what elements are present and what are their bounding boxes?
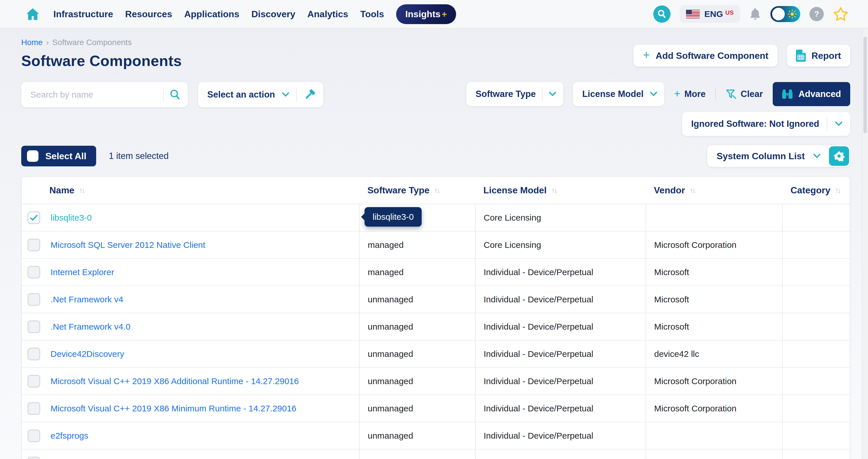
breadcrumb-home-link[interactable]: Home: [21, 38, 43, 47]
breadcrumb: Home › Software Components: [21, 38, 182, 47]
ignored-software-filter-dropdown[interactable]: Ignored Software: Not Ignored: [682, 112, 850, 136]
favorites-star-icon[interactable]: [833, 7, 848, 22]
advanced-filters-button[interactable]: Advanced: [773, 82, 850, 106]
row-checkbox[interactable]: [28, 348, 40, 360]
notifications-bell-icon[interactable]: [749, 7, 761, 21]
table-cell-name: Microsoft Visual C++ 2019 X86 Additional…: [22, 367, 360, 395]
language-region: US: [725, 9, 734, 16]
scrollbar-thumb[interactable]: [863, 37, 867, 133]
select-action-dropdown[interactable]: Select an action: [198, 82, 323, 107]
table-cell-vendor: Microsoft: [646, 259, 782, 286]
cell-value-license: Individual - Device/Perpetual: [484, 295, 593, 304]
table-cell-license: Individual - Device/Perpetual: [475, 286, 646, 313]
nav-item-infrastructure[interactable]: Infrastructure: [53, 9, 113, 20]
column-header-name[interactable]: Name: [22, 177, 360, 204]
row-checkbox[interactable]: [28, 429, 40, 442]
cell-value-license: Individual - Device/Perpetual: [484, 431, 593, 440]
sort-icon[interactable]: [79, 186, 84, 195]
clear-filter-icon: [725, 89, 737, 100]
cell-value-license: Individual - Device/Perpetual: [484, 267, 593, 277]
nav-item-analytics[interactable]: Analytics: [307, 9, 348, 20]
select-all-button[interactable]: Select All: [21, 146, 96, 166]
software-type-filter-label: Software Type: [476, 89, 536, 99]
table-cell-vendor: device42 llc: [646, 340, 782, 367]
column-header-license-model[interactable]: License Model: [475, 177, 646, 204]
column-list-dropdown[interactable]: System Column List: [707, 145, 850, 167]
software-name-link[interactable]: .Net Framework v4: [51, 295, 123, 304]
software-name-link[interactable]: Microsoft Visual C++ 2019 X86 Additional…: [51, 376, 299, 386]
search-icon[interactable]: [169, 89, 181, 100]
row-checkbox[interactable]: [28, 293, 40, 306]
cell-value-vendor: Microsoft: [654, 295, 689, 304]
sort-icon[interactable]: [689, 186, 694, 195]
software-name-link[interactable]: libsqlite3-0: [51, 213, 92, 223]
software-name-link[interactable]: Device42Discovery: [51, 349, 124, 359]
report-button[interactable]: Report: [787, 45, 850, 67]
table-row: e2fsprogsunmanagedIndividual - Device/Pe…: [22, 422, 851, 449]
row-checkbox[interactable]: [28, 457, 40, 459]
column-settings-gear-icon[interactable]: [829, 146, 849, 166]
nav-item-resources[interactable]: Resources: [125, 9, 172, 20]
sort-icon[interactable]: [434, 186, 439, 195]
add-software-component-button[interactable]: + Add Software Component: [633, 45, 777, 67]
row-checkbox[interactable]: [28, 266, 40, 278]
software-name-link[interactable]: .Net Framework v4.0: [51, 322, 130, 332]
checkmark-icon: [30, 215, 38, 221]
cell-value-type: managed: [368, 240, 404, 250]
us-flag-icon: [686, 10, 700, 19]
page-header-left: Home › Software Components Software Comp…: [21, 38, 182, 69]
cell-value-license: Individual - Device/Perpetual: [484, 322, 593, 331]
software-name-link[interactable]: e2fsprogs: [51, 431, 88, 440]
software-name-link[interactable]: Microsoft Visual C++ 2019 X86 Minimum Ru…: [51, 404, 297, 414]
select-all-label: Select All: [45, 151, 86, 162]
column-header-software-type[interactable]: Software Type: [360, 177, 475, 204]
divider: [296, 88, 297, 102]
table-cell-name: .Net Framework v4: [22, 286, 360, 313]
column-header-vendor[interactable]: Vendor: [646, 177, 782, 204]
nav-item-discovery[interactable]: Discovery: [251, 9, 296, 20]
table-cell-type: unmanaged: [360, 422, 475, 449]
select-all-checkbox[interactable]: [27, 150, 38, 162]
filter-bar: Software Type License Model: [466, 82, 850, 106]
insights-button[interactable]: Insights+: [396, 4, 456, 24]
row-checkbox-checked[interactable]: [28, 211, 40, 224]
table-cell-category: [782, 422, 851, 449]
cell-value-type: unmanaged: [368, 295, 413, 304]
clear-filters-button[interactable]: Clear: [725, 89, 763, 100]
cell-value-license: Core Licensing: [484, 213, 541, 222]
row-checkbox[interactable]: [28, 375, 40, 388]
cell-value-license: Individual - Device/Perpetual: [484, 404, 593, 413]
top-nav: Infrastructure Resources Applications Di…: [0, 0, 868, 29]
row-checkbox[interactable]: [28, 239, 40, 251]
cell-value-vendor: device42 llc: [654, 349, 699, 359]
help-icon[interactable]: [809, 7, 824, 21]
run-action-gavel-icon[interactable]: [304, 89, 316, 101]
search-input[interactable]: [29, 89, 157, 100]
table-cell-license: Individual - Device/Perpetual: [475, 367, 646, 395]
license-model-filter-label: License Model: [582, 89, 644, 99]
global-search-icon[interactable]: [653, 5, 671, 23]
license-model-filter-dropdown[interactable]: License Model: [573, 82, 664, 106]
home-icon[interactable]: [25, 7, 40, 22]
toolbar-right: Software Type License Model: [466, 82, 850, 136]
chevron-down-icon: [650, 92, 657, 97]
table-cell-type: unmanaged: [360, 313, 475, 340]
theme-toggle[interactable]: [770, 6, 800, 22]
more-filters-button[interactable]: + More: [674, 89, 706, 99]
language-selector[interactable]: ENG US: [680, 5, 740, 23]
nav-item-applications[interactable]: Applications: [184, 9, 239, 20]
column-header-category[interactable]: Category: [782, 177, 851, 204]
sort-icon[interactable]: [835, 186, 840, 195]
table-cell-name: e2fsprogs: [22, 422, 360, 449]
software-name-link[interactable]: Internet Explorer: [51, 267, 114, 277]
nav-item-tools[interactable]: Tools: [360, 9, 384, 20]
software-name-link[interactable]: Microsoft SQL Server 2012 Native Client: [51, 240, 205, 250]
table-cell-license: Individual - Device/Perpetual: [475, 422, 646, 449]
sort-icon[interactable]: [551, 186, 557, 195]
row-checkbox[interactable]: [28, 402, 40, 415]
software-type-filter-dropdown[interactable]: Software Type: [466, 82, 563, 106]
table-row: Microsoft Visual C++ 2019 X86 Minimum Ru…: [22, 395, 851, 422]
row-checkbox[interactable]: [28, 321, 40, 333]
table-body: libsqlite3-0Core LicensingMicrosoft SQL …: [22, 204, 851, 459]
table-cell-category: [782, 449, 851, 459]
